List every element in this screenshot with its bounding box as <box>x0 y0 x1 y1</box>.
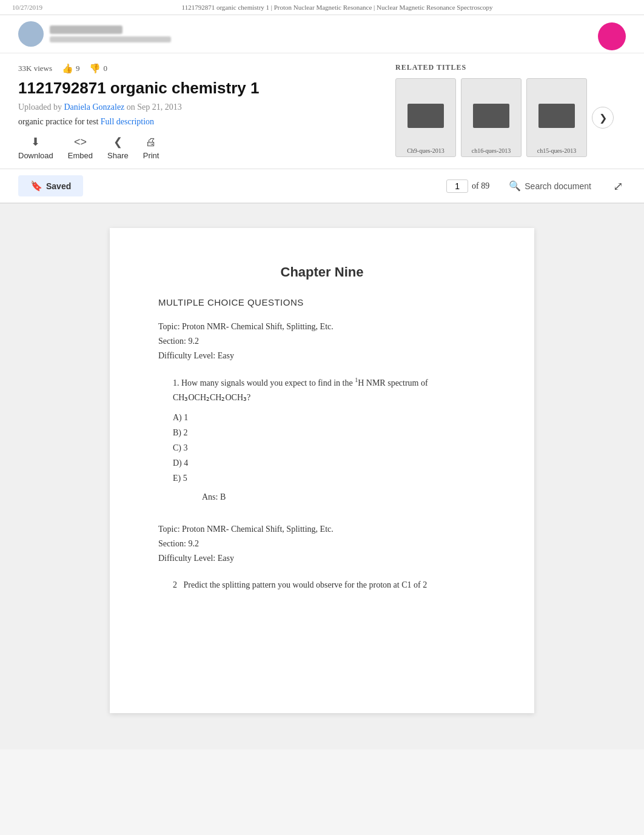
related-doc-1-label: Ch9-ques-2013 <box>396 147 455 154</box>
fullscreen-icon: ⤢ <box>613 179 623 193</box>
page-total: of 89 <box>472 181 489 191</box>
search-document-button[interactable]: 🔍 Search document <box>501 176 599 195</box>
related-doc-2[interactable]: ch16-ques-2013 <box>461 78 522 157</box>
topic-block-1: Topic: Proton NMR- Chemical Shift, Split… <box>158 320 486 363</box>
topic2-line2: Section: 9.2 <box>158 537 486 551</box>
print-icon: 🖨 <box>146 136 156 149</box>
main-content: Chapter Nine MULTIPLE CHOICE QUESTIONS T… <box>0 204 644 749</box>
browser-page-title: 1121792871 organic chemistry 1 | Proton … <box>182 4 493 11</box>
bookmark-icon: 🔖 <box>30 180 42 192</box>
choice-A: A) 1 <box>173 410 486 425</box>
page-number-input[interactable] <box>446 179 468 193</box>
document-page: Chapter Nine MULTIPLE CHOICE QUESTIONS T… <box>110 228 534 713</box>
action-buttons: ⬇ Download <> Embed ❮ Share 🖨 Print <box>18 135 377 169</box>
topic2-line3: Difficulty Level: Easy <box>158 551 486 566</box>
search-icon: 🔍 <box>509 180 521 192</box>
document-toolbar: 🔖 Saved of 89 🔍 Search document ⤢ <box>0 169 644 204</box>
choice-C: C) 3 <box>173 440 486 455</box>
share-icon: ❮ <box>113 135 122 149</box>
question-1: 1. How many signals would you expect to … <box>158 375 486 504</box>
views-count: 33K views <box>18 64 52 73</box>
topic-block-2: Topic: Proton NMR- Chemical Shift, Split… <box>158 522 486 565</box>
related-titles-section: RELATED TITLES Ch9-ques-2013 ch16-ques-2… <box>395 53 626 157</box>
user-avatar[interactable] <box>598 22 626 50</box>
full-description-link[interactable]: Full description <box>101 117 154 126</box>
answer-choices-1: A) 1 B) 2 C) 3 D) 4 E) 5 Ans: B <box>173 410 486 505</box>
choice-B: B) 2 <box>173 425 486 440</box>
topic1-line2: Section: 9.2 <box>158 334 486 349</box>
site-logo <box>18 21 44 47</box>
print-button[interactable]: 🖨 Print <box>143 136 159 160</box>
related-doc-3[interactable]: ch15-ques-2013 <box>526 78 587 157</box>
fullscreen-button[interactable]: ⤢ <box>611 176 626 196</box>
download-icon: ⬇ <box>31 135 40 149</box>
question-1-text: 1. How many signals would you expect to … <box>173 375 486 404</box>
related-doc-2-label: ch16-ques-2013 <box>461 147 521 154</box>
page-indicator: of 89 <box>446 179 489 193</box>
description: organic practice for test Full descripti… <box>18 117 377 127</box>
question-2: 2 Predict the splitting pattern you woul… <box>158 578 486 592</box>
related-thumbnails: Ch9-ques-2013 ch16-ques-2013 ch15-ques-2… <box>395 78 626 157</box>
share-button[interactable]: ❮ Share <box>107 135 129 160</box>
choice-D: D) 4 <box>173 455 486 471</box>
related-doc-1[interactable]: Ch9-ques-2013 <box>395 78 456 157</box>
author-link[interactable]: Daniela Gonzalez <box>64 102 124 112</box>
related-titles-label: RELATED TITLES <box>395 63 626 72</box>
dislikes-count: 👎 0 <box>89 63 107 74</box>
document-header: 33K views 👍 9 👎 0 1121792871 organic che… <box>0 53 644 169</box>
save-button[interactable]: 🔖 Saved <box>18 175 83 196</box>
upload-info: Uploaded by Daniela Gonzalez on Sep 21, … <box>18 102 377 112</box>
likes-count: 👍 9 <box>62 63 80 74</box>
embed-button[interactable]: <> Embed <box>68 136 93 160</box>
answer-1: Ans: B <box>202 490 486 505</box>
document-title: 1121792871 organic chemistry 1 <box>18 79 377 98</box>
browser-topbar: 10/27/2019 1121792871 organic chemistry … <box>0 0 644 15</box>
topic1-line1: Topic: Proton NMR- Chemical Shift, Split… <box>158 320 486 334</box>
related-next-button[interactable]: ❯ <box>592 107 614 129</box>
topic2-line1: Topic: Proton NMR- Chemical Shift, Split… <box>158 522 486 537</box>
section-heading: MULTIPLE CHOICE QUESTIONS <box>158 297 486 307</box>
topic1-line3: Difficulty Level: Easy <box>158 349 486 363</box>
download-button[interactable]: ⬇ Download <box>18 135 53 160</box>
browser-date: 10/27/2019 <box>12 4 42 11</box>
question-2-text: 2 Predict the splitting pattern you woul… <box>173 578 486 592</box>
choice-E: E) 5 <box>173 471 486 486</box>
chapter-title: Chapter Nine <box>158 264 486 280</box>
embed-icon: <> <box>74 136 87 149</box>
related-doc-3-label: ch15-ques-2013 <box>527 147 586 154</box>
